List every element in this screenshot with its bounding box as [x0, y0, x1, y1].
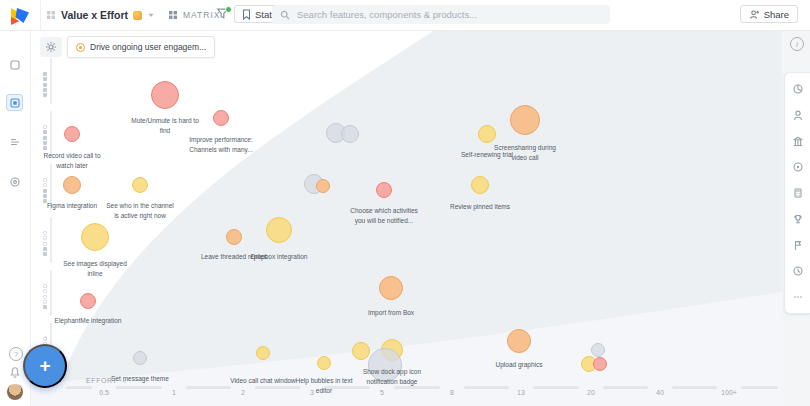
- value-level-square: [43, 289, 47, 293]
- left-sidebar: ?: [0, 30, 31, 406]
- feature-bubble-label: Upload graphics: [496, 360, 543, 370]
- feature-bubble[interactable]: [63, 176, 81, 194]
- rail-button-trophy[interactable]: [785, 206, 810, 232]
- sidebar-item-board[interactable]: [7, 57, 23, 73]
- feature-bubble-label: Show dock app iconnotification badge: [363, 367, 421, 387]
- feature-bubble[interactable]: [133, 351, 147, 365]
- y-axis-band-tick: [50, 58, 52, 104]
- share-label: Share: [764, 9, 789, 20]
- feature-bubble[interactable]: [376, 182, 392, 198]
- feature-bubble[interactable]: [64, 126, 80, 142]
- portal-icon: [9, 176, 21, 188]
- bookmark-icon: [242, 9, 251, 20]
- x-axis-tick-label: 0.5: [99, 389, 109, 396]
- feature-bubble[interactable]: [507, 329, 531, 353]
- matrix-label: MATRIX: [183, 10, 220, 20]
- value-level-square: [43, 183, 47, 187]
- rail-button-bank[interactable]: [785, 128, 810, 154]
- feature-bubble[interactable]: [471, 176, 489, 194]
- feature-bubble[interactable]: [266, 217, 292, 243]
- topbar: Value x Effort ▼ MATRIX Status: [0, 0, 810, 31]
- value-level-square: [43, 231, 47, 235]
- muscle-emoji: [133, 11, 142, 20]
- add-feature-fab[interactable]: +: [23, 344, 67, 388]
- feature-bubble-label: Record video call towatch later: [43, 151, 100, 171]
- value-level-square: [43, 93, 47, 97]
- notifications-button[interactable]: [7, 364, 23, 380]
- trophy-icon: [792, 213, 804, 225]
- matrix-settings-button[interactable]: [40, 37, 62, 57]
- feature-bubble[interactable]: [256, 346, 270, 360]
- view-title-group[interactable]: Value x Effort ▼: [46, 0, 155, 30]
- feature-bubble[interactable]: [226, 229, 242, 245]
- feature-bubble[interactable]: [151, 81, 179, 109]
- feature-bubble-label: Choose which activitiesyou will be notif…: [350, 206, 418, 226]
- y-axis-band-tick: [50, 217, 52, 263]
- rail-button-calculator[interactable]: [785, 180, 810, 206]
- x-axis-tick-label: 1: [172, 389, 176, 396]
- help-button[interactable]: ?: [9, 347, 23, 361]
- feature-bubble[interactable]: [81, 223, 109, 251]
- value-level-square: [43, 284, 47, 288]
- feature-bubble-label: Mute/Unmute is hard tofind: [131, 116, 199, 136]
- rail-button-user[interactable]: [785, 102, 810, 128]
- right-rail: i: [782, 30, 810, 406]
- feature-bubble-unlabeled[interactable]: [316, 179, 330, 193]
- info-button[interactable]: i: [790, 37, 804, 51]
- chart-canvas: Drive ongoing user engagem... VALUE → EF…: [30, 30, 782, 406]
- feature-bubble-unlabeled[interactable]: [593, 357, 607, 371]
- x-axis-tick-label: 13: [517, 389, 525, 396]
- rail-button-clock[interactable]: [785, 258, 810, 284]
- value-level-square: [43, 194, 47, 198]
- objective-filter-chip[interactable]: Drive ongoing user engagem...: [67, 36, 215, 58]
- search-input[interactable]: [295, 8, 602, 21]
- feature-bubble-label: Help bubbles in texteditor: [295, 376, 352, 396]
- app-logo[interactable]: [0, 0, 41, 30]
- x-axis-title: EFFORT →: [86, 377, 128, 384]
- filter-button[interactable]: [216, 7, 232, 23]
- feature-bubble[interactable]: [80, 293, 96, 309]
- x-axis-segment: [741, 386, 778, 389]
- feature-bubble[interactable]: [478, 125, 496, 143]
- x-axis-segment: [533, 386, 579, 389]
- bell-icon: [9, 366, 21, 378]
- sidebar-item-matrix-view[interactable]: [6, 94, 23, 111]
- x-axis-tick-label: 5: [380, 389, 384, 396]
- tab-matrix[interactable]: MATRIX: [168, 0, 220, 30]
- feature-bubble-unlabeled[interactable]: [591, 343, 605, 357]
- filter-toolbar: Drive ongoing user engagem...: [40, 36, 215, 58]
- doughnut-icon: [792, 83, 804, 95]
- feature-bubble[interactable]: [132, 177, 148, 193]
- x-axis-segment: [672, 386, 717, 389]
- feature-bubble-unlabeled[interactable]: [341, 125, 359, 143]
- x-axis-tick-label: 20: [587, 389, 595, 396]
- feature-bubble-label: See who in the channelis active right no…: [106, 201, 174, 221]
- hierarchy-icon: [9, 136, 21, 148]
- rail-button-more[interactable]: [785, 284, 810, 310]
- rail-button-flag[interactable]: [785, 232, 810, 258]
- feature-bubble[interactable]: [317, 356, 331, 370]
- feature-bubble[interactable]: [379, 276, 403, 300]
- rail-button-target[interactable]: [785, 154, 810, 180]
- rail-button-doughnut[interactable]: [785, 76, 810, 102]
- board-icon: [9, 59, 21, 71]
- x-axis-tick-label: 100+: [721, 389, 737, 396]
- share-button[interactable]: Share: [740, 5, 798, 23]
- x-axis-tick-label: 8: [450, 389, 454, 396]
- feature-bubble[interactable]: [510, 105, 540, 135]
- user-avatar[interactable]: [7, 384, 23, 400]
- value-level-square: [43, 77, 47, 81]
- sidebar-item-hierarchy[interactable]: [7, 134, 23, 150]
- feature-bubble-label: Import from Box: [368, 308, 414, 318]
- x-axis-segment: [255, 386, 300, 389]
- value-level-square: [43, 300, 47, 304]
- objective-icon: [76, 43, 85, 52]
- gear-icon: [45, 41, 57, 53]
- feature-bubble-unlabeled[interactable]: [352, 342, 370, 360]
- x-axis-segment: [66, 386, 92, 389]
- sidebar-item-portal[interactable]: [7, 174, 23, 190]
- feature-bubble-label: Improve performance:Channels with many..…: [189, 135, 253, 155]
- chevron-down-icon[interactable]: ▼: [147, 12, 155, 18]
- search-bar[interactable]: [272, 5, 610, 24]
- feature-bubble[interactable]: [213, 110, 229, 126]
